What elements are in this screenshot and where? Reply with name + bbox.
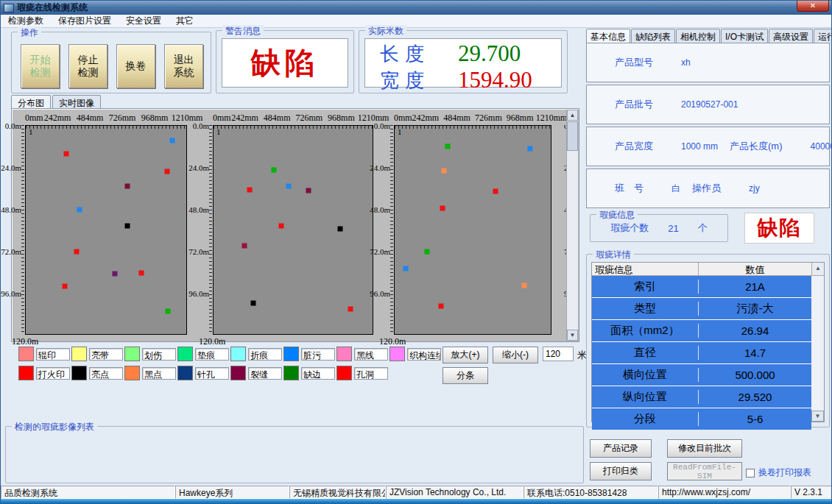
detail-row-6[interactable]: 纵向位置29.520	[592, 386, 811, 408]
close-button[interactable]: ✕	[797, 1, 829, 12]
defect-point[interactable]	[272, 167, 277, 172]
x-tick-label: 242mm	[231, 113, 258, 124]
x-tick-label: 726mm	[295, 113, 322, 124]
scatter-plot-3[interactable]: 1	[394, 125, 551, 335]
defect-point[interactable]	[247, 188, 252, 193]
legend-item: 脏污	[283, 345, 336, 363]
split-button[interactable]: 分条	[443, 367, 488, 384]
defect-point[interactable]	[348, 307, 353, 312]
windows-taskbar[interactable]	[1, 499, 832, 504]
defect-point[interactable]	[124, 183, 130, 188]
y-tick-label: 48.0m	[370, 205, 390, 214]
print-report-checkbox-row[interactable]: 换卷打印报表	[746, 466, 811, 479]
detail-row-2[interactable]: 类型污渍-大	[592, 298, 811, 319]
read-from-file-button[interactable]: ReadFromFile-SIM	[667, 462, 742, 480]
y-tick-label: 72.0m	[370, 247, 390, 256]
defect-point[interactable]	[445, 143, 451, 149]
x-tick-label: 1210mm	[536, 113, 568, 124]
defect-point[interactable]	[74, 249, 80, 254]
defect-point[interactable]	[286, 184, 291, 189]
left-tick-ruler	[390, 125, 393, 335]
print-classify-button[interactable]: 打印归类	[590, 462, 652, 480]
defect-info-group: 瑕疵信息 瑕疵个数 21 个	[590, 214, 728, 242]
warning-text: 缺陷	[222, 39, 348, 87]
defect-point[interactable]	[439, 304, 444, 309]
legend-item: 亮点	[71, 364, 124, 382]
defect-point[interactable]	[338, 227, 343, 232]
legend-item: 黑线	[336, 345, 389, 363]
defect-point[interactable]	[166, 309, 171, 314]
x-tick-label: 968mm	[507, 113, 534, 124]
defect-alert-text: 缺陷	[758, 214, 802, 242]
detail-row-5[interactable]: 横向位置500.000	[592, 364, 811, 386]
status-segment-6: http://www.wxjzsj.com/	[658, 486, 791, 499]
defect-point[interactable]	[522, 283, 527, 288]
defect-point[interactable]	[424, 249, 429, 254]
detail-property: 类型	[592, 302, 699, 316]
legend-item: 划伤	[124, 345, 177, 363]
defect-point[interactable]	[442, 168, 447, 173]
defect-point[interactable]	[113, 271, 118, 277]
checkbox-icon[interactable]	[746, 469, 755, 478]
defect-point[interactable]	[242, 243, 247, 248]
modify-batch-button[interactable]: 修改目前批次	[667, 439, 742, 458]
zoom-out-button[interactable]: 缩小(-)	[493, 347, 538, 363]
scatter-plot-1[interactable]: 1	[25, 125, 187, 335]
defect-point[interactable]	[306, 188, 311, 194]
x-tick-label: 0mm	[25, 113, 43, 124]
op-button-3[interactable]: 换卷	[116, 44, 155, 88]
status-segment-3: 无锡精质视觉科技有限公司	[289, 486, 386, 499]
x-tick-label: 968mm	[328, 113, 355, 124]
menu-item-4[interactable]: 其它	[169, 14, 201, 28]
legend-swatch	[177, 347, 193, 361]
menu-item-2[interactable]: 保存图片设置	[51, 14, 119, 28]
legend-swatch	[124, 347, 140, 361]
defect-point[interactable]	[62, 284, 67, 289]
defect-point[interactable]	[250, 301, 255, 306]
meters-input[interactable]	[543, 347, 574, 361]
scatter-plot-2[interactable]: 1	[213, 125, 373, 335]
warning-panel: 缺陷	[222, 38, 348, 88]
defect-point[interactable]	[77, 207, 82, 213]
y-tick-label: 72.0m	[1, 247, 21, 256]
x-axis-labels-2: 0mm242mm484mm726mm968mm1210mm	[213, 113, 373, 124]
defect-point[interactable]	[440, 206, 445, 211]
meter-label-1: 长度	[370, 41, 458, 67]
menu-item-3[interactable]: 安全设置	[119, 14, 169, 28]
legend-swatch	[18, 366, 34, 380]
detail-row-7[interactable]: 分段5-6	[592, 408, 811, 430]
defect-point[interactable]	[403, 266, 408, 271]
table-scroll-down-icon[interactable]: ▼	[811, 411, 824, 422]
defect-point[interactable]	[124, 224, 130, 229]
table-scroll-up-icon[interactable]: ▲	[811, 263, 824, 275]
op-button-2[interactable]: 停止 检测	[68, 44, 107, 88]
product-record-button[interactable]: 产品记录	[590, 439, 652, 458]
defect-point[interactable]	[493, 189, 498, 194]
detail-value: 5-6	[699, 413, 811, 425]
scroll-up-icon[interactable]: ▲	[567, 110, 578, 121]
info-cell: 产品宽度1000 mm	[587, 140, 718, 153]
defect-count-label: 瑕疵个数	[610, 221, 649, 235]
y-axis-labels-3: 0.0m24.0m48.0m72.0m96.0m	[379, 125, 391, 335]
defect-point[interactable]	[528, 146, 533, 151]
plot-vertical-scrollbar[interactable]: ▲ ▼	[566, 110, 578, 341]
scroll-down-icon[interactable]: ▼	[567, 330, 578, 341]
defect-point[interactable]	[170, 138, 175, 143]
defect-point[interactable]	[165, 169, 170, 174]
zoom-in-button[interactable]: 放大(+)	[443, 347, 488, 363]
scrollbar-thumb[interactable]	[567, 121, 578, 151]
op-button-4[interactable]: 退出 系统	[164, 44, 203, 88]
info-row-1: 产品型号xh	[586, 43, 830, 82]
table-vertical-scrollbar[interactable]: ▼	[811, 276, 824, 422]
detail-row-1[interactable]: 索引21A	[592, 276, 811, 297]
defect-point[interactable]	[63, 151, 68, 156]
meter-value-2: 1594.90	[458, 67, 557, 93]
detail-row-3[interactable]: 面积（mm2）26.94	[592, 320, 811, 341]
detail-row-4[interactable]: 直径14.7	[592, 342, 811, 363]
op-button-1[interactable]: 开始 检测	[21, 44, 60, 88]
defect-point[interactable]	[138, 270, 144, 275]
operation-group-label: 操作	[18, 26, 41, 39]
detail-property: 索引	[592, 280, 699, 294]
defect-point[interactable]	[279, 224, 284, 229]
x-tick-label: 726mm	[475, 113, 502, 124]
